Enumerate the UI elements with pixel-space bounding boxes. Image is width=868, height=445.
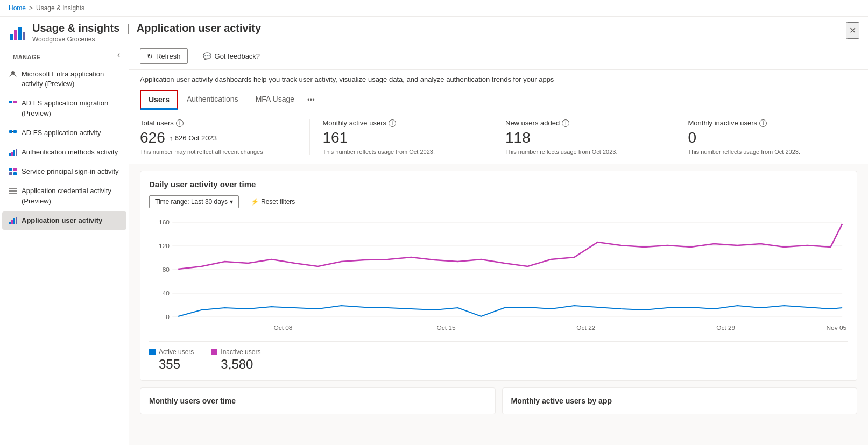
breadcrumb-section: Usage & insights (36, 4, 84, 12)
monthly-inactive-info-icon[interactable]: i (759, 119, 767, 127)
svg-text:120: 120 (159, 243, 170, 249)
tab-mfa[interactable]: MFA Usage (247, 89, 303, 110)
inactive-legend-dot (211, 349, 217, 355)
chart-filters: Time range: Last 30 days ▾ ⚡ Reset filte… (149, 195, 848, 208)
reset-filters-label: Reset filters (261, 198, 295, 206)
breadcrumb-home[interactable]: Home (9, 4, 26, 12)
page-header: Usage & insights | Application user acti… (0, 17, 868, 43)
sidebar-item-adfs-migration-label: AD FS application migration (Preview) (22, 98, 120, 118)
feedback-icon: 💬 (203, 52, 211, 60)
reset-filters-icon: ⚡ (251, 198, 259, 206)
monthly-users-card: Monthly users over time (140, 387, 496, 414)
active-legend-label: Active users (159, 348, 194, 356)
chart-section: Daily user activity over time Time range… (140, 171, 857, 381)
stat-monthly-active: Monthly active users i 161 This number r… (323, 119, 493, 155)
svg-rect-11 (13, 150, 15, 156)
svg-rect-7 (9, 130, 12, 133)
tab-more-button[interactable]: ••• (303, 90, 319, 109)
inactive-legend-value: 3,580 (211, 357, 260, 372)
refresh-label: Refresh (156, 52, 181, 60)
total-users-trend: ↑ 626 Oct 2023 (170, 134, 217, 142)
svg-rect-16 (13, 172, 17, 175)
active-legend-value: 355 (149, 357, 194, 372)
svg-rect-3 (23, 32, 25, 40)
monthly-active-info-icon[interactable]: i (389, 119, 396, 127)
sidebar-item-adfs-activity[interactable]: AD FS application activity (2, 124, 126, 142)
svg-rect-8 (13, 130, 17, 133)
svg-rect-12 (16, 149, 17, 156)
sidebar-item-adfs-activity-label: AD FS application activity (22, 128, 101, 138)
svg-text:0: 0 (166, 314, 170, 320)
svg-rect-15 (9, 172, 12, 175)
svg-text:Oct 22: Oct 22 (576, 324, 595, 331)
monthly-active-value: 161 (323, 129, 348, 146)
active-legend-dot (149, 349, 156, 355)
adfs-migration-icon (9, 99, 17, 108)
sidebar-collapse-button[interactable]: ‹ (113, 48, 124, 62)
total-users-value: 626 (140, 129, 165, 146)
svg-text:40: 40 (163, 290, 170, 296)
sidebar-item-app-user[interactable]: Application user activity (2, 211, 126, 230)
bottom-sections: Monthly users over time Monthly active u… (129, 387, 868, 423)
tab-authentications-label: Authentications (187, 95, 238, 103)
sidebar-item-app-credential-label: Application credential activity (Preview… (22, 186, 120, 206)
sidebar-item-adfs-migration[interactable]: AD FS application migration (Preview) (2, 94, 126, 122)
new-users-info-icon[interactable]: i (562, 119, 569, 127)
tab-mfa-label: MFA Usage (256, 95, 294, 103)
time-range-chevron-icon: ▾ (230, 198, 233, 206)
stat-new-users: New users added i 118 This number reflec… (505, 119, 675, 155)
monthly-users-title: Monthly users over time (149, 397, 486, 405)
app-credential-icon (9, 187, 17, 195)
legend-active: Active users 355 (149, 348, 194, 372)
svg-rect-22 (13, 218, 15, 224)
stat-total-users: Total users i 626 ↑ 626 Oct 2023 This nu… (140, 119, 310, 155)
inactive-line (178, 224, 842, 269)
sidebar-item-service-principal-label: Service principal sign-in activity (22, 167, 119, 176)
monthly-inactive-note: This number reflects usage from Oct 2023… (688, 149, 845, 155)
svg-rect-13 (9, 168, 12, 171)
stat-monthly-inactive: Monthly inactive users i 0 This number r… (688, 119, 858, 155)
page-title: Usage & insights | Application user acti… (32, 22, 261, 34)
svg-rect-23 (16, 217, 17, 224)
svg-text:Nov 05: Nov 05 (826, 324, 846, 331)
chart-container: 160 120 80 40 0 Oct 08 Oct 15 Oct 22 Oct… (149, 217, 848, 337)
sidebar: Manage ‹ Microsoft Entra application act… (0, 43, 129, 445)
sidebar-manage-label: Manage (4, 47, 50, 62)
monthly-inactive-label: Monthly inactive users (688, 119, 758, 127)
refresh-icon: ↻ (147, 52, 153, 60)
sidebar-item-service-principal[interactable]: Service principal sign-in activity (2, 163, 126, 181)
svg-rect-6 (13, 101, 17, 103)
tab-users[interactable]: Users (140, 90, 178, 110)
svg-rect-14 (13, 168, 17, 171)
feedback-button[interactable]: 💬 Got feedback? (196, 49, 267, 63)
stats-row: Total users i 626 ↑ 626 Oct 2023 This nu… (129, 110, 868, 164)
total-users-label: Total users (140, 119, 174, 127)
svg-text:Oct 08: Oct 08 (273, 324, 292, 331)
sidebar-item-app-credential[interactable]: Application credential activity (Preview… (2, 182, 126, 210)
sidebar-item-entra-app[interactable]: Microsoft Entra application activity (Pr… (2, 65, 126, 93)
refresh-button[interactable]: ↻ Refresh (140, 48, 188, 64)
feedback-label: Got feedback? (215, 52, 260, 60)
close-button[interactable]: ✕ (846, 22, 859, 39)
page-org: Woodgrove Groceries (32, 36, 261, 43)
info-text: Application user activity dashboards hel… (140, 75, 554, 83)
sidebar-item-auth-methods-label: Authentication methods activity (22, 147, 118, 157)
tab-authentications[interactable]: Authentications (178, 89, 247, 110)
monthly-active-label: Monthly active users (323, 119, 387, 127)
adfs-activity-icon (9, 129, 17, 137)
monthly-active-by-app-title: Monthly active users by app (511, 397, 849, 405)
sidebar-item-entra-app-label: Microsoft Entra application activity (Pr… (22, 69, 120, 89)
app-user-icon (9, 216, 17, 225)
inactive-legend-label: Inactive users (221, 348, 260, 356)
page-icon (9, 24, 26, 41)
svg-rect-1 (14, 30, 17, 40)
sidebar-item-auth-methods[interactable]: Authentication methods activity (2, 143, 126, 161)
tabs-bar: Users Authentications MFA Usage ••• (129, 89, 868, 110)
time-range-filter[interactable]: Time range: Last 30 days ▾ (149, 195, 239, 208)
total-users-info-icon[interactable]: i (176, 119, 184, 127)
svg-text:Oct 29: Oct 29 (716, 324, 735, 331)
person-icon (9, 70, 17, 79)
reset-filters-button[interactable]: ⚡ Reset filters (245, 196, 300, 208)
breadcrumb-separator: > (29, 4, 33, 12)
svg-rect-9 (9, 153, 11, 156)
